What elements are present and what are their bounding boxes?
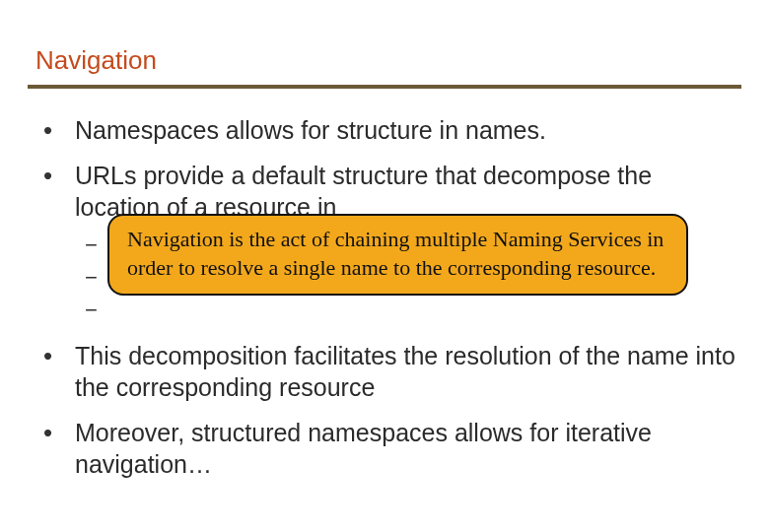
callout-box: Navigation is the act of chaining multip… <box>107 214 688 296</box>
slide: Navigation Namespaces allows for structu… <box>0 0 769 532</box>
bullet-text: Moreover, structured namespaces allows f… <box>75 419 652 478</box>
sub-item <box>75 294 735 326</box>
bullet-text: This decomposition facilitates the resol… <box>75 342 735 401</box>
bullet-item: Moreover, structured namespaces allows f… <box>35 417 735 480</box>
bullet-text: URLs provide a default structure that de… <box>75 162 652 221</box>
content-area: Namespaces allows for structure in names… <box>35 114 735 494</box>
bullet-item: This decomposition facilitates the resol… <box>35 340 735 403</box>
page-title: Navigation <box>35 45 157 76</box>
title-divider <box>28 85 741 89</box>
callout-text: Navigation is the act of chaining multip… <box>127 227 664 280</box>
bullet-list: Namespaces allows for structure in names… <box>35 114 735 480</box>
bullet-item: Namespaces allows for structure in names… <box>35 114 735 146</box>
bullet-text: Namespaces allows for structure in names… <box>75 116 546 144</box>
